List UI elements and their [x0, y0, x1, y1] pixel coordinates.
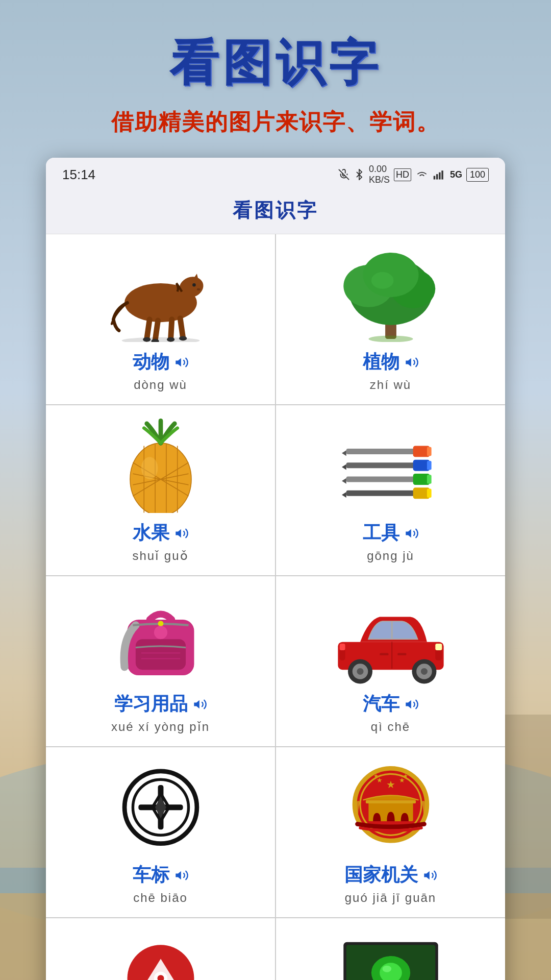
- svg-point-31: [368, 336, 413, 342]
- tools-label: 工具: [363, 521, 399, 546]
- svg-rect-9: [439, 173, 440, 180]
- plants-pinyin: zhí wù: [370, 378, 411, 392]
- screwdrivers-illustration: [330, 418, 452, 512]
- svg-rect-52: [346, 491, 424, 496]
- carbadge-illustration: [99, 760, 222, 854]
- svg-point-74: [420, 668, 427, 675]
- gov-sound[interactable]: [423, 868, 437, 883]
- tools-sound[interactable]: [405, 526, 419, 541]
- carbadge-label: 车标: [133, 863, 169, 888]
- svg-rect-45: [427, 447, 431, 456]
- tools-label-row: 工具: [363, 521, 419, 546]
- fruits-image: [99, 420, 222, 511]
- hd-badge: HD: [394, 168, 411, 181]
- svg-rect-90: [365, 800, 415, 804]
- app-bar: 看图识字: [46, 189, 505, 234]
- svg-line-16: [146, 320, 149, 339]
- svg-rect-49: [346, 477, 424, 482]
- tools-pinyin: gōng jù: [367, 549, 414, 563]
- category-telecom[interactable]: 通信运营: [46, 918, 275, 980]
- svg-point-30: [371, 272, 393, 289]
- school-label-row: 学习用品: [114, 692, 207, 717]
- plants-label: 植物: [363, 350, 399, 375]
- svg-text:★: ★: [403, 773, 408, 779]
- svg-point-24: [121, 337, 199, 342]
- plants-image: [330, 249, 452, 340]
- svg-line-18: [170, 320, 171, 339]
- category-carbadge[interactable]: 车标 chē biāo: [46, 747, 275, 917]
- animals-pinyin: dòng wù: [134, 378, 187, 392]
- app-bar-title: 看图识字: [233, 200, 318, 221]
- svg-rect-78: [380, 653, 388, 655]
- svg-point-63: [158, 621, 163, 626]
- svg-rect-54: [427, 489, 431, 498]
- animals-image: [99, 249, 222, 340]
- laptop-illustration: [330, 931, 452, 980]
- school-sound[interactable]: [193, 697, 207, 712]
- category-laptop[interactable]: 电脑: [276, 918, 505, 980]
- animals-label: 动物: [133, 350, 169, 375]
- svg-rect-51: [427, 475, 431, 484]
- category-gov[interactable]: ★ ★ ★ ★ ★ 国家机关 guó ji: [276, 747, 505, 917]
- fruits-sound[interactable]: [174, 526, 189, 541]
- category-tools[interactable]: 工具 gōng jù: [276, 405, 505, 575]
- gov-label: 国家机关: [344, 863, 418, 888]
- svg-rect-48: [427, 461, 431, 470]
- school-pinyin: xué xí yòng pǐn: [111, 720, 210, 734]
- school-image: [99, 591, 222, 682]
- svg-marker-57: [342, 478, 346, 484]
- svg-text:★: ★: [373, 773, 378, 779]
- svg-point-64: [154, 626, 167, 639]
- mute-icon: [338, 169, 349, 180]
- status-bar: 15:14 0.00KB/S HD 5G 100: [46, 158, 505, 189]
- telecom-image: [99, 933, 222, 980]
- phone-frame: 15:14 0.00KB/S HD 5G 100 看图识字: [46, 158, 505, 980]
- gov-image: ★ ★ ★ ★ ★: [330, 762, 452, 853]
- svg-point-103: [382, 966, 391, 972]
- cars-label-row: 汽车: [363, 692, 419, 717]
- svg-marker-58: [342, 492, 346, 498]
- carbadge-sound[interactable]: [174, 868, 189, 883]
- plants-label-row: 植物: [363, 350, 419, 375]
- svg-rect-60: [135, 639, 185, 670]
- svg-text:★: ★: [386, 779, 395, 790]
- tree-illustration: [330, 247, 452, 341]
- gov-pinyin: guó jiā jī guān: [345, 891, 436, 905]
- fruits-pinyin: shuǐ guǒ: [132, 549, 188, 563]
- fruits-label: 水果: [133, 521, 169, 546]
- svg-rect-10: [441, 170, 443, 179]
- signal-icon: [433, 169, 446, 180]
- fruits-label-row: 水果: [133, 521, 189, 546]
- svg-point-15: [196, 288, 200, 290]
- plants-sound[interactable]: [405, 355, 419, 370]
- svg-rect-7: [434, 176, 435, 180]
- svg-point-14: [192, 283, 196, 287]
- svg-point-29: [363, 253, 418, 297]
- cars-sound[interactable]: [405, 697, 419, 712]
- carbadge-label-row: 车标: [133, 863, 189, 888]
- category-school[interactable]: 学习用品 xué xí yòng pǐn: [46, 576, 275, 746]
- category-fruits[interactable]: 水果 shuǐ guǒ: [46, 405, 275, 575]
- splash-subtitle: 借助精美的图片来识字、学词。: [20, 107, 531, 137]
- wifi-icon: [415, 169, 429, 180]
- bluetooth-icon: [354, 169, 365, 180]
- carbadge-pinyin: chē biāo: [133, 891, 188, 905]
- splash-title: 看图识字: [20, 31, 531, 97]
- battery: 100: [466, 168, 489, 182]
- svg-line-19: [180, 318, 183, 338]
- svg-rect-67: [435, 649, 442, 660]
- category-cars[interactable]: 汽车 qì chē: [276, 576, 505, 746]
- animals-sound[interactable]: [174, 355, 189, 370]
- svg-rect-8: [436, 174, 438, 179]
- pineapple-illustration: [99, 418, 222, 512]
- svg-point-71: [357, 668, 363, 675]
- category-animals[interactable]: 动物 dòng wù: [46, 234, 275, 404]
- gov-emblem-illustration: ★ ★ ★ ★ ★: [330, 760, 452, 854]
- category-plants[interactable]: 植物 zhí wù: [276, 234, 505, 404]
- horse-illustration: [99, 247, 222, 341]
- svg-point-42: [141, 457, 158, 480]
- cars-label: 汽车: [363, 692, 399, 717]
- carbadge-image: [99, 762, 222, 853]
- category-grid: 动物 dòng wù: [46, 234, 505, 980]
- network-type: 5G: [450, 169, 462, 180]
